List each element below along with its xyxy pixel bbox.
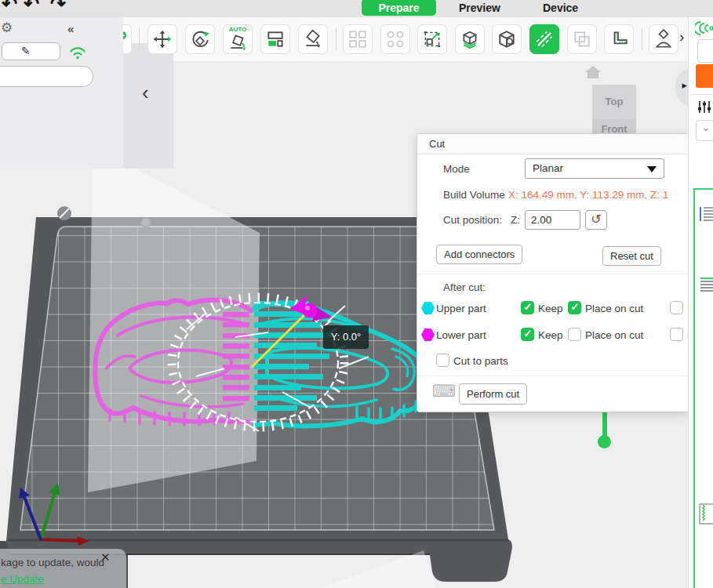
cut-button[interactable] xyxy=(529,24,559,54)
upper-part-label: Upper part xyxy=(436,303,486,314)
objects-panel-frame xyxy=(693,188,713,588)
tab-preview[interactable]: Preview xyxy=(459,0,500,16)
tab-prepare[interactable]: Prepare xyxy=(362,0,436,16)
right-panel xyxy=(688,17,713,588)
collapse-sidebar-strip[interactable]: ‹ xyxy=(123,43,173,169)
lower-place-label: Place on cut xyxy=(585,329,643,341)
divider xyxy=(417,274,689,274)
tab-device[interactable]: Device xyxy=(543,0,578,16)
object-list-icon[interactable] xyxy=(699,205,713,223)
process-dropdown[interactable] xyxy=(696,120,713,141)
rotation-tooltip: Y: 0.0° xyxy=(323,325,369,349)
cut-position-input[interactable] xyxy=(525,210,580,230)
mode-value: Planar xyxy=(533,162,563,174)
cut-dialog: Cut Mode Planar Build Volume X: 164.49 m… xyxy=(417,133,689,412)
rotate-button[interactable] xyxy=(185,24,215,54)
nav-cube-front-face[interactable]: Front xyxy=(592,119,636,135)
assembly-view-button[interactable] xyxy=(649,24,678,54)
cut-to-parts-label: Cut to parts xyxy=(453,355,508,367)
measure-icon xyxy=(609,29,629,49)
dropdown-arrow-icon xyxy=(647,166,657,172)
lay-on-face-button[interactable] xyxy=(298,24,328,54)
scale-button[interactable] xyxy=(417,24,447,54)
reset-position-button[interactable] xyxy=(585,210,607,230)
plate-reflection xyxy=(320,550,436,588)
cut-dialog-title[interactable]: Cut xyxy=(417,134,689,154)
seam-painting-button[interactable] xyxy=(492,24,522,54)
divider xyxy=(417,376,689,376)
auto-label: AUTO xyxy=(224,26,252,33)
build-volume-label: Build Volume xyxy=(443,189,505,201)
upper-keep-checkbox[interactable] xyxy=(521,301,534,314)
keyboard-shortcut-icon: ⌨ xyxy=(432,382,456,401)
gcode-file-icon[interactable] xyxy=(699,503,713,524)
z-axis-label: Z: xyxy=(511,214,520,226)
edit-printer-button[interactable]: ✎ xyxy=(2,42,60,60)
boolean-button[interactable] xyxy=(567,24,597,54)
lower-flip-checkbox[interactable] xyxy=(670,328,683,341)
nav-cube[interactable]: Top Front xyxy=(592,85,636,135)
toolbar-separator xyxy=(336,28,336,50)
toolbar-more-chevron[interactable]: › xyxy=(679,28,684,45)
lay-on-face-icon xyxy=(303,29,323,49)
split-parts-icon xyxy=(385,29,406,49)
after-cut-label: After cut: xyxy=(443,281,486,293)
support-painting-icon xyxy=(460,29,480,49)
boolean-icon xyxy=(572,29,592,49)
home-view-icon[interactable] xyxy=(584,64,602,80)
divider xyxy=(690,94,713,95)
pencil-icon: ✎ xyxy=(21,45,31,57)
filament-slot[interactable] xyxy=(697,39,713,63)
support-painting-button[interactable] xyxy=(455,24,485,54)
mode-label: Mode xyxy=(443,163,470,175)
move-button[interactable] xyxy=(147,24,177,54)
cut-icon xyxy=(534,29,555,49)
toolbar-separator xyxy=(642,28,642,50)
perform-cut-button[interactable]: Perform cut xyxy=(459,383,527,405)
tab-bar: ↶ ↶ ↷ Prepare Preview Device xyxy=(0,0,713,17)
filament-color-swatch[interactable] xyxy=(696,64,713,88)
lower-place-checkbox[interactable] xyxy=(568,328,581,341)
left-panel: ⚙ « ✎ xyxy=(0,17,123,169)
arrange-icon xyxy=(265,29,286,49)
gear-icon[interactable]: ⚙ xyxy=(1,20,13,36)
scale-icon xyxy=(422,29,442,49)
move-icon xyxy=(152,29,173,49)
split-to-parts-button[interactable] xyxy=(380,24,410,54)
auto-orient-icon xyxy=(227,31,248,52)
split-objects-icon xyxy=(347,29,368,49)
seam-painting-icon xyxy=(497,29,517,49)
measure-button[interactable] xyxy=(604,24,634,54)
lower-keep-label: Keep xyxy=(538,329,563,341)
upper-flip-checkbox[interactable] xyxy=(670,301,683,314)
upper-part-swatch xyxy=(421,302,435,314)
filament-settings-icon[interactable] xyxy=(697,100,711,114)
auto-orient-button[interactable]: AUTO xyxy=(223,24,253,54)
lower-part-swatch xyxy=(421,328,435,341)
nav-cube-top-face[interactable]: Top xyxy=(592,85,636,119)
undo-icon[interactable]: ↶ xyxy=(2,0,17,15)
filament-spool-icon[interactable] xyxy=(695,20,713,36)
lower-part-label: Lower part xyxy=(436,329,486,341)
upper-place-checkbox[interactable] xyxy=(568,301,581,314)
arrange-button[interactable] xyxy=(260,24,290,54)
layers-icon[interactable] xyxy=(699,276,713,293)
redo-icon[interactable]: ↷ xyxy=(50,0,66,15)
collapse-left-icon[interactable]: « xyxy=(67,22,74,35)
update-link[interactable]: e Update xyxy=(1,573,44,585)
chevron-left-icon: ‹ xyxy=(142,81,149,105)
search-input[interactable] xyxy=(0,66,93,87)
reset-cut-button[interactable]: Reset cut xyxy=(602,246,661,266)
update-notification: ✕ kage to update, would e Update xyxy=(0,549,126,588)
undo2-icon[interactable]: ↶ xyxy=(24,0,39,15)
lower-keep-checkbox[interactable] xyxy=(521,328,534,341)
toolbar-separator xyxy=(139,28,140,50)
add-connectors-button[interactable]: Add connectors xyxy=(436,245,522,264)
split-to-objects-button[interactable] xyxy=(343,24,373,54)
wifi-icon xyxy=(68,45,87,60)
cut-height-slider-knob[interactable] xyxy=(598,435,611,448)
build-volume-value: X: 164.49 mm, Y: 113.29 mm, Z: 1 xyxy=(508,189,668,201)
mode-dropdown[interactable]: Planar xyxy=(525,158,664,179)
cut-to-parts-checkbox[interactable] xyxy=(436,354,449,367)
upper-keep-label: Keep xyxy=(538,303,563,314)
